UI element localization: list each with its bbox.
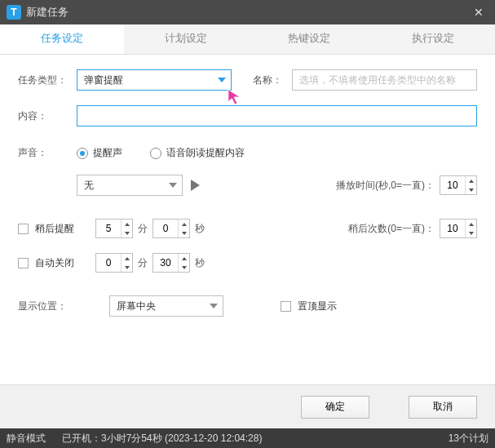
cancel-button[interactable]: 取消 <box>409 396 477 419</box>
minute-unit: 分 <box>138 256 148 270</box>
topmost-checkbox[interactable] <box>281 301 291 312</box>
spinner-up-icon[interactable] <box>122 220 132 228</box>
spinner-down-icon[interactable] <box>122 263 132 272</box>
window-title: 新建任务 <box>26 5 469 20</box>
auto-close-checkbox[interactable] <box>18 258 29 268</box>
ok-button[interactable]: 确定 <box>301 396 369 419</box>
radio-tts[interactable]: 语音朗读提醒内容 <box>150 146 245 160</box>
remind-later-checkbox[interactable] <box>18 224 29 234</box>
task-type-select[interactable]: 弹窗提醒 <box>77 69 232 91</box>
play-time-label: 播放时间(秒,0=一直)： <box>336 179 435 193</box>
chevron-down-icon <box>218 78 226 82</box>
spinner-down-icon[interactable] <box>466 228 476 237</box>
sound-source-value: 无 <box>84 179 94 193</box>
spinner-down-icon[interactable] <box>179 228 189 237</box>
second-unit: 秒 <box>195 256 205 270</box>
tab-hotkey[interactable]: 热键设定 <box>248 24 372 54</box>
remind-later-label: 稍后提醒 <box>35 222 81 236</box>
later-count-input[interactable] <box>440 220 465 237</box>
content-input[interactable] <box>77 105 477 126</box>
spinner-up-icon[interactable] <box>179 254 189 263</box>
close-min-input[interactable] <box>96 254 121 272</box>
tab-task[interactable]: 任务设定 <box>0 24 124 54</box>
status-plan-count: 13个计划 <box>449 432 488 446</box>
position-select[interactable]: 屏幕中央 <box>109 295 223 317</box>
status-mute: 静音模式 <box>7 432 46 446</box>
tab-execute[interactable]: 执行设定 <box>371 24 495 54</box>
spinner-up-icon[interactable] <box>122 254 132 263</box>
task-type-label: 任务类型： <box>18 73 77 87</box>
second-unit: 秒 <box>195 222 205 236</box>
task-type-value: 弹窗提醒 <box>84 73 123 87</box>
chevron-down-icon <box>169 183 177 188</box>
sound-label: 声音： <box>18 146 77 160</box>
status-uptime: 已开机：3小时7分54秒 (2023-12-20 12:04:28) <box>62 432 262 446</box>
close-icon[interactable]: ✕ <box>469 2 488 22</box>
play-time-spinner[interactable] <box>440 175 477 195</box>
position-label: 显示位置： <box>18 299 77 313</box>
spinner-up-icon[interactable] <box>466 220 476 228</box>
radio-alert-sound[interactable]: 提醒声 <box>77 146 122 160</box>
chevron-down-icon <box>210 304 218 308</box>
radio-unchecked-icon <box>150 148 161 159</box>
auto-close-label: 自动关闭 <box>35 256 81 270</box>
remind-min-input[interactable] <box>96 220 121 237</box>
content-label: 内容： <box>18 109 77 123</box>
radio-checked-icon <box>77 148 88 159</box>
close-sec-input[interactable] <box>153 254 178 272</box>
play-icon[interactable] <box>191 180 200 191</box>
position-value: 屏幕中央 <box>117 299 156 313</box>
remind-sec-spinner[interactable] <box>152 219 190 238</box>
spinner-up-icon[interactable] <box>179 220 189 228</box>
close-sec-spinner[interactable] <box>152 253 190 273</box>
spinner-down-icon[interactable] <box>122 228 132 237</box>
minute-unit: 分 <box>138 222 148 236</box>
spinner-down-icon[interactable] <box>466 185 476 194</box>
tab-schedule[interactable]: 计划设定 <box>124 24 248 54</box>
remind-sec-input[interactable] <box>153 220 178 237</box>
spinner-up-icon[interactable] <box>466 176 476 185</box>
sound-source-select[interactable]: 无 <box>77 175 183 196</box>
app-logo-icon: T <box>7 5 21 20</box>
radio-tts-label: 语音朗读提醒内容 <box>166 146 245 160</box>
later-count-label: 稍后次数(0=一直)： <box>348 222 435 236</box>
close-min-spinner[interactable] <box>95 253 133 273</box>
remind-min-spinner[interactable] <box>95 219 133 238</box>
topmost-label: 置顶显示 <box>298 299 337 313</box>
name-label: 名称： <box>253 73 292 87</box>
play-time-input[interactable] <box>440 176 465 194</box>
spinner-down-icon[interactable] <box>179 263 189 272</box>
name-input[interactable] <box>292 69 477 91</box>
radio-alert-label: 提醒声 <box>93 146 122 160</box>
later-count-spinner[interactable] <box>440 219 477 238</box>
